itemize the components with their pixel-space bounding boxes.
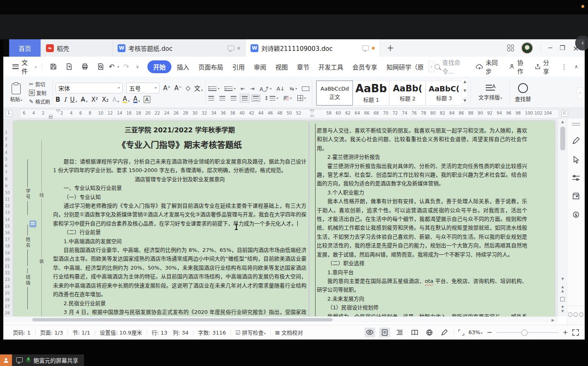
page-view-button[interactable]	[379, 328, 390, 337]
zoom-in-button[interactable]: +	[563, 328, 568, 336]
workspace-grid-icon[interactable]	[507, 45, 514, 51]
menu-overflow-button[interactable]: ›	[428, 61, 435, 72]
gallery-more-icon[interactable]: ▼	[463, 98, 466, 103]
tab-doc1[interactable]: W 考核答题纸.doc	[113, 39, 246, 57]
select-cursor-icon[interactable]	[572, 155, 580, 164]
strikethrough-button[interactable]: A▾	[81, 96, 87, 103]
bullet-list-button[interactable]: ▾	[208, 86, 219, 91]
copy-button[interactable]: ⧉复制	[29, 89, 50, 96]
ribbon-tab-9[interactable]: 会员专享	[349, 60, 381, 73]
new-tab-button[interactable]: +	[380, 39, 401, 57]
ruler-options-icon[interactable]: ⊏	[561, 110, 568, 117]
web-view-button[interactable]	[424, 328, 435, 337]
shading-button[interactable]: ▾	[284, 96, 292, 100]
minimize-button[interactable]: ─	[548, 44, 552, 52]
sync-status-button[interactable]: 未同步	[476, 58, 502, 75]
tab-doc2-active[interactable]: W 刘诗颖2111109003.doc	[246, 39, 380, 57]
character-border-button[interactable]: A	[144, 96, 150, 103]
shrink-font-button[interactable]: A⁻	[174, 84, 182, 92]
eye-protection-toggle[interactable]	[364, 328, 375, 337]
print-preview-button[interactable]	[97, 63, 104, 70]
vertical-scrollbar[interactable]: ▲ ▼ ▲▲ ▼▼	[558, 119, 567, 316]
status-item-5[interactable]: 行: 13 列: 34	[147, 328, 193, 336]
ruler-toggle-button[interactable]	[302, 86, 309, 91]
outline-view-button[interactable]	[394, 328, 405, 337]
horizontal-scroll-thumb[interactable]	[32, 318, 333, 321]
subscript-button[interactable]: X₂	[102, 96, 108, 103]
line-spacing-button[interactable]: ↕▾	[264, 95, 278, 101]
sort-button[interactable]: A↓	[277, 86, 285, 92]
collaborate-button[interactable]: 协作	[509, 58, 528, 75]
find-replace-button[interactable]: 查找替	[512, 78, 533, 108]
page-1[interactable]: 线 装 学号 姓名 班级 三亚学院 2021/2022 学年秋季学期《专业入门指…	[14, 121, 308, 316]
restore-button[interactable]: ❐	[559, 44, 565, 52]
account-avatar[interactable]	[521, 42, 533, 54]
gallery-up-icon[interactable]: ▲	[463, 79, 466, 84]
vertical-scroll-thumb[interactable]	[560, 127, 565, 151]
font-color-button[interactable]: A▾	[133, 96, 140, 103]
floating-collapse-button[interactable]: ‹	[575, 36, 588, 50]
share-button[interactable]: 分享	[535, 58, 554, 75]
styles-gallery-scroll[interactable]: ▲ ▼ ▼	[462, 78, 468, 104]
tab-docer[interactable]: ❧ 稻壳	[41, 39, 113, 57]
tab-home[interactable]: 首页	[9, 39, 41, 57]
tab-selector[interactable]: L	[6, 110, 12, 117]
status-item-4[interactable]: 设置值: 10.9厘米	[95, 328, 147, 336]
style-标题 2[interactable]: AaBb(标题 2	[389, 81, 426, 105]
paste-button[interactable]: 粘贴▾	[3, 78, 29, 108]
spell-check-toggle[interactable]: ☑拼写检查▾	[231, 328, 270, 336]
ribbon-tab-6[interactable]: 视图	[272, 60, 292, 73]
text-effects-button[interactable]: A▾	[112, 96, 119, 103]
cut-button[interactable]: ✂剪切	[29, 81, 50, 88]
underline-button[interactable]: U▾	[70, 96, 77, 103]
share-status-pill[interactable]: 鲍富元的屏幕共享	[12, 354, 84, 366]
text-direction-button[interactable]: ⇆▾	[289, 86, 297, 92]
redo-button[interactable]: ↷	[123, 62, 129, 71]
adjust-sliders-icon[interactable]	[572, 175, 580, 181]
edit-pen-icon[interactable]	[572, 136, 580, 145]
fullscreen-button[interactable]	[572, 329, 579, 336]
search-input[interactable]: 查找命令...	[435, 58, 469, 75]
hamburger-icon[interactable]	[12, 65, 19, 69]
increase-indent-button[interactable]: ⇥	[250, 86, 255, 92]
more-tools-chevron-icon[interactable]: ∨	[136, 64, 139, 69]
format-painter-button[interactable]: ✎格式刷	[29, 98, 50, 105]
resource-shop-icon[interactable]	[572, 192, 580, 200]
proofread-button[interactable]: ⊠文档校对	[271, 328, 308, 336]
more-menu-icon[interactable]: ⋮	[561, 63, 567, 71]
fit-page-button[interactable]	[458, 330, 464, 335]
zoom-level[interactable]: 63%▾	[468, 329, 482, 335]
italic-button[interactable]: I	[64, 96, 66, 103]
align-left-button[interactable]	[208, 96, 214, 100]
ribbon-tab-3[interactable]: 页面布局	[195, 60, 227, 73]
ribbon-tab-2[interactable]: 插入	[173, 60, 193, 73]
sharer-avatar-icon[interactable]	[0, 354, 12, 366]
numbered-list-button[interactable]: ▾	[224, 86, 236, 91]
status-item-6[interactable]: 字数: 3116	[193, 328, 231, 336]
select-browse-object-button[interactable]	[560, 297, 565, 301]
ribbon-tab-1[interactable]: 开始	[147, 60, 171, 73]
panel-drag-handle[interactable]	[572, 123, 580, 126]
distribute-button[interactable]	[253, 96, 259, 100]
font-size-select[interactable]: 五号▾	[126, 83, 159, 93]
ribbon-tab-8[interactable]: 开发工具	[315, 60, 347, 73]
bold-button[interactable]: B	[55, 96, 60, 103]
align-center-button[interactable]	[219, 96, 225, 100]
zoom-slider-knob[interactable]	[521, 330, 528, 336]
horizontal-scrollbar[interactable]: ▶	[3, 316, 558, 323]
style-标题 3[interactable]: AaBbC(标题 3	[426, 81, 462, 105]
zoom-out-button[interactable]: −	[487, 328, 492, 336]
phonetic-guide-button[interactable]: 文▾	[194, 84, 203, 92]
align-right-button[interactable]	[231, 96, 236, 100]
export-button[interactable]	[65, 63, 73, 70]
decrease-indent-button[interactable]: ⇤	[241, 86, 245, 92]
status-item-3[interactable]: 节: 1/1	[68, 328, 94, 336]
panel-expand-button[interactable]: ›	[577, 87, 584, 99]
font-name-select[interactable]: 宋体▾	[55, 83, 123, 93]
ribbon-tab-4[interactable]: 引用	[229, 60, 248, 73]
gallery-down-icon[interactable]: ▼	[463, 89, 466, 93]
scroll-down-arrow-icon[interactable]: ▼	[561, 277, 564, 281]
zoom-slider[interactable]	[496, 332, 559, 333]
page-2[interactable]: 愿意与人交往、喜欢不断结交新的朋友。我喜欢与朋友一起学习和交流。为人随和，喜欢和…	[310, 121, 554, 316]
symbol-button[interactable]: A⤴▾	[260, 85, 272, 93]
